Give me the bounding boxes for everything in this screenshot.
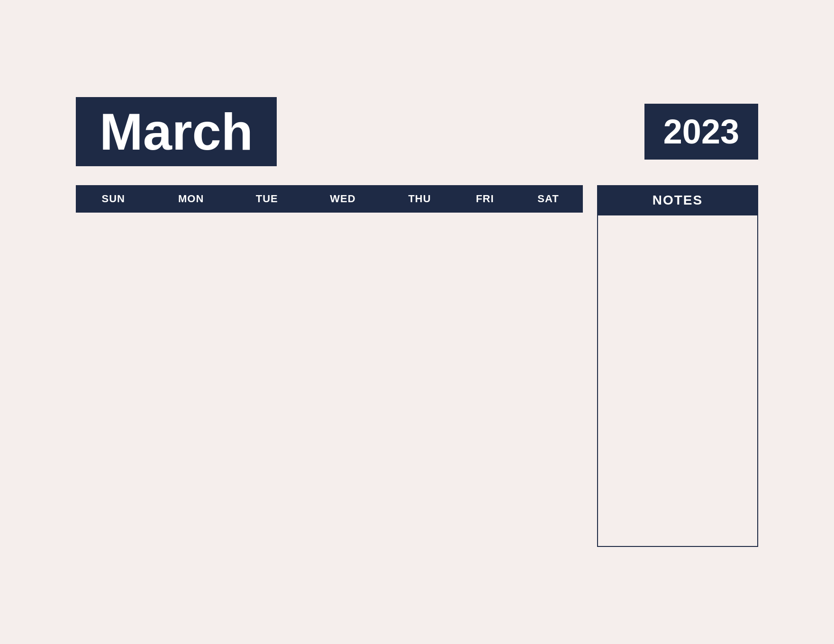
col-fri: FRI <box>456 186 514 212</box>
notes-title: NOTES <box>653 193 703 207</box>
col-thu: THU <box>383 186 456 212</box>
col-tue: TUE <box>232 186 302 212</box>
month-title-box: March <box>76 97 277 166</box>
page-container: March 2023 SUN MON TUE WED THU FRI SAT <box>38 69 796 575</box>
notes-header: NOTES <box>597 185 758 215</box>
col-sat: SAT <box>514 186 582 212</box>
header-row: March 2023 <box>76 97 758 166</box>
main-content: SUN MON TUE WED THU FRI SAT NOTES <box>76 185 758 547</box>
notes-section: NOTES <box>597 185 758 547</box>
col-mon: MON <box>150 186 231 212</box>
year-box: 2023 <box>644 104 758 160</box>
month-title: March <box>100 106 253 158</box>
calendar-table: SUN MON TUE WED THU FRI SAT <box>76 185 583 213</box>
year-title: 2023 <box>663 112 739 151</box>
calendar-section: SUN MON TUE WED THU FRI SAT <box>76 185 583 213</box>
col-wed: WED <box>302 186 383 212</box>
days-header-row: SUN MON TUE WED THU FRI SAT <box>76 186 582 212</box>
col-sun: SUN <box>76 186 150 212</box>
notes-body <box>597 215 758 547</box>
